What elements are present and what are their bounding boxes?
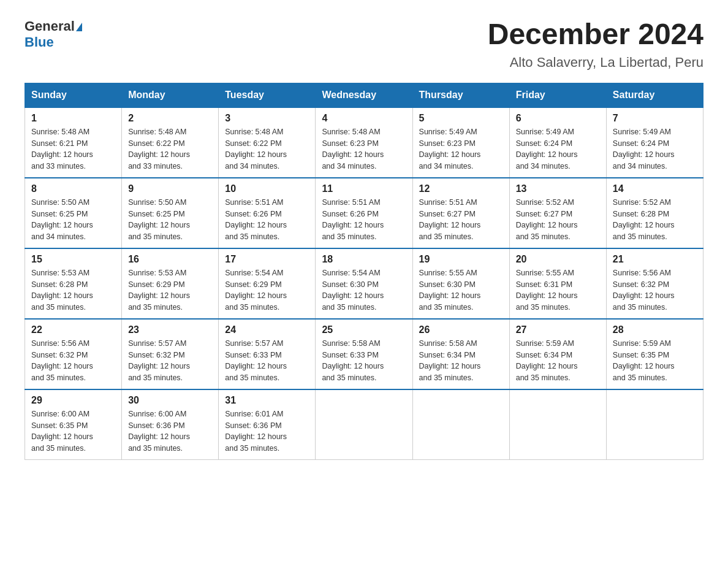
day-number: 18 (322, 254, 406, 265)
header-tuesday: Tuesday (219, 83, 316, 107)
day-info: Sunrise: 5:55 AM Sunset: 6:30 PM Dayligh… (419, 267, 503, 313)
calendar-cell: 20Sunrise: 5:55 AM Sunset: 6:31 PM Dayli… (509, 248, 606, 319)
header-sunday: Sunday (25, 83, 122, 107)
day-info: Sunrise: 5:48 AM Sunset: 6:22 PM Dayligh… (225, 126, 309, 172)
calendar-cell: 15Sunrise: 5:53 AM Sunset: 6:28 PM Dayli… (25, 248, 122, 319)
calendar-cell: 25Sunrise: 5:58 AM Sunset: 6:33 PM Dayli… (316, 319, 412, 389)
day-info: Sunrise: 5:56 AM Sunset: 6:32 PM Dayligh… (31, 338, 115, 384)
day-info: Sunrise: 5:59 AM Sunset: 6:35 PM Dayligh… (613, 338, 697, 384)
day-info: Sunrise: 5:52 AM Sunset: 6:28 PM Dayligh… (613, 197, 697, 243)
day-number: 24 (225, 324, 309, 335)
day-info: Sunrise: 5:53 AM Sunset: 6:29 PM Dayligh… (128, 267, 212, 313)
day-info: Sunrise: 5:58 AM Sunset: 6:33 PM Dayligh… (322, 338, 406, 384)
day-number: 29 (31, 395, 115, 406)
day-number: 27 (516, 324, 600, 335)
day-info: Sunrise: 5:50 AM Sunset: 6:25 PM Dayligh… (128, 197, 212, 243)
calendar-cell: 7Sunrise: 5:49 AM Sunset: 6:24 PM Daylig… (606, 107, 703, 178)
day-info: Sunrise: 5:57 AM Sunset: 6:33 PM Dayligh… (225, 338, 309, 384)
day-info: Sunrise: 5:58 AM Sunset: 6:34 PM Dayligh… (419, 338, 503, 384)
day-info: Sunrise: 5:54 AM Sunset: 6:30 PM Dayligh… (322, 267, 406, 313)
day-info: Sunrise: 5:52 AM Sunset: 6:27 PM Dayligh… (516, 197, 600, 243)
calendar-cell: 9Sunrise: 5:50 AM Sunset: 6:25 PM Daylig… (122, 178, 219, 248)
day-number: 14 (613, 183, 697, 194)
day-number: 4 (322, 113, 406, 124)
calendar-cell: 10Sunrise: 5:51 AM Sunset: 6:26 PM Dayli… (219, 178, 316, 248)
day-number: 13 (516, 183, 600, 194)
day-number: 26 (419, 324, 503, 335)
header-saturday: Saturday (606, 83, 703, 107)
day-number: 1 (31, 113, 115, 124)
week-row-5: 29Sunrise: 6:00 AM Sunset: 6:35 PM Dayli… (25, 389, 703, 460)
subtitle: Alto Salaverry, La Libertad, Peru (488, 55, 703, 71)
day-info: Sunrise: 5:57 AM Sunset: 6:32 PM Dayligh… (128, 338, 212, 384)
day-number: 23 (128, 324, 212, 335)
calendar-cell: 30Sunrise: 6:00 AM Sunset: 6:36 PM Dayli… (122, 389, 219, 460)
header-monday: Monday (122, 83, 219, 107)
day-number: 25 (322, 324, 406, 335)
day-info: Sunrise: 5:51 AM Sunset: 6:26 PM Dayligh… (225, 197, 309, 243)
week-row-2: 8Sunrise: 5:50 AM Sunset: 6:25 PM Daylig… (25, 178, 703, 248)
day-info: Sunrise: 5:48 AM Sunset: 6:21 PM Dayligh… (31, 126, 115, 172)
day-number: 30 (128, 395, 212, 406)
day-number: 3 (225, 113, 309, 124)
day-number: 6 (516, 113, 600, 124)
day-info: Sunrise: 5:50 AM Sunset: 6:25 PM Dayligh… (31, 197, 115, 243)
day-info: Sunrise: 5:51 AM Sunset: 6:27 PM Dayligh… (419, 197, 503, 243)
day-number: 21 (613, 254, 697, 265)
day-info: Sunrise: 5:54 AM Sunset: 6:29 PM Dayligh… (225, 267, 309, 313)
calendar-cell: 27Sunrise: 5:59 AM Sunset: 6:34 PM Dayli… (509, 319, 606, 389)
day-number: 17 (225, 254, 309, 265)
calendar-cell (509, 389, 606, 460)
day-number: 11 (322, 183, 406, 194)
day-info: Sunrise: 5:49 AM Sunset: 6:24 PM Dayligh… (516, 126, 600, 172)
day-info: Sunrise: 5:56 AM Sunset: 6:32 PM Dayligh… (613, 267, 697, 313)
week-row-3: 15Sunrise: 5:53 AM Sunset: 6:28 PM Dayli… (25, 248, 703, 319)
calendar-cell: 2Sunrise: 5:48 AM Sunset: 6:22 PM Daylig… (122, 107, 219, 178)
main-title: December 2024 (488, 18, 703, 51)
day-info: Sunrise: 5:49 AM Sunset: 6:24 PM Dayligh… (613, 126, 697, 172)
calendar-cell: 14Sunrise: 5:52 AM Sunset: 6:28 PM Dayli… (606, 178, 703, 248)
logo-blue: Blue (25, 34, 54, 50)
calendar-cell: 12Sunrise: 5:51 AM Sunset: 6:27 PM Dayli… (412, 178, 509, 248)
day-number: 12 (419, 183, 503, 194)
day-number: 8 (31, 183, 115, 194)
calendar-cell (316, 389, 412, 460)
calendar-cell: 19Sunrise: 5:55 AM Sunset: 6:30 PM Dayli… (412, 248, 509, 319)
day-info: Sunrise: 6:00 AM Sunset: 6:35 PM Dayligh… (31, 408, 115, 454)
logo-general: General (25, 18, 75, 34)
calendar-cell: 23Sunrise: 5:57 AM Sunset: 6:32 PM Dayli… (122, 319, 219, 389)
week-row-4: 22Sunrise: 5:56 AM Sunset: 6:32 PM Dayli… (25, 319, 703, 389)
header: General Blue December 2024 Alto Salaverr… (25, 18, 703, 71)
title-area: December 2024 Alto Salaverry, La Liberta… (488, 18, 703, 71)
calendar-header-row: SundayMondayTuesdayWednesdayThursdayFrid… (25, 83, 703, 107)
logo-triangle-icon (76, 23, 82, 31)
day-number: 16 (128, 254, 212, 265)
calendar-cell: 1Sunrise: 5:48 AM Sunset: 6:21 PM Daylig… (25, 107, 122, 178)
day-number: 19 (419, 254, 503, 265)
calendar-cell (606, 389, 703, 460)
calendar-cell (412, 389, 509, 460)
calendar-cell: 18Sunrise: 5:54 AM Sunset: 6:30 PM Dayli… (316, 248, 412, 319)
day-number: 15 (31, 254, 115, 265)
calendar-cell: 3Sunrise: 5:48 AM Sunset: 6:22 PM Daylig… (219, 107, 316, 178)
calendar-cell: 13Sunrise: 5:52 AM Sunset: 6:27 PM Dayli… (509, 178, 606, 248)
day-info: Sunrise: 6:00 AM Sunset: 6:36 PM Dayligh… (128, 408, 212, 454)
day-info: Sunrise: 5:49 AM Sunset: 6:23 PM Dayligh… (419, 126, 503, 172)
day-number: 5 (419, 113, 503, 124)
calendar-cell: 16Sunrise: 5:53 AM Sunset: 6:29 PM Dayli… (122, 248, 219, 319)
calendar-cell: 26Sunrise: 5:58 AM Sunset: 6:34 PM Dayli… (412, 319, 509, 389)
day-info: Sunrise: 5:48 AM Sunset: 6:22 PM Dayligh… (128, 126, 212, 172)
calendar-table: SundayMondayTuesdayWednesdayThursdayFrid… (25, 83, 703, 460)
day-number: 9 (128, 183, 212, 194)
day-number: 20 (516, 254, 600, 265)
day-number: 10 (225, 183, 309, 194)
day-info: Sunrise: 6:01 AM Sunset: 6:36 PM Dayligh… (225, 408, 309, 454)
day-info: Sunrise: 5:48 AM Sunset: 6:23 PM Dayligh… (322, 126, 406, 172)
day-number: 2 (128, 113, 212, 124)
header-thursday: Thursday (412, 83, 509, 107)
calendar-cell: 28Sunrise: 5:59 AM Sunset: 6:35 PM Dayli… (606, 319, 703, 389)
calendar-cell: 6Sunrise: 5:49 AM Sunset: 6:24 PM Daylig… (509, 107, 606, 178)
day-number: 22 (31, 324, 115, 335)
calendar-cell: 11Sunrise: 5:51 AM Sunset: 6:26 PM Dayli… (316, 178, 412, 248)
calendar-cell: 5Sunrise: 5:49 AM Sunset: 6:23 PM Daylig… (412, 107, 509, 178)
